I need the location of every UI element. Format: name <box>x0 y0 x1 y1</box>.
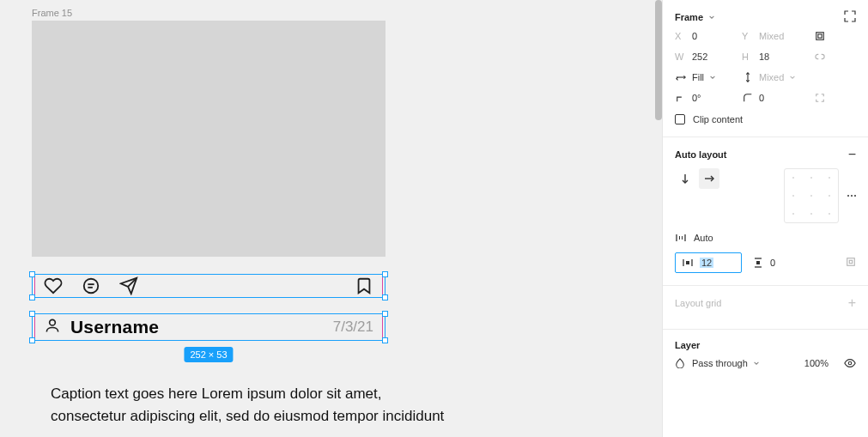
individual-padding-icon[interactable] <box>846 257 856 269</box>
frame-title: Frame <box>675 12 703 22</box>
resize-handle[interactable] <box>382 337 388 343</box>
gap-value: 12 <box>700 258 713 268</box>
properties-panel: Frame X 0 Y Mixed W 252 H <box>662 0 868 437</box>
svg-rect-5 <box>818 34 822 38</box>
alignment-box[interactable] <box>784 168 839 223</box>
h-resize-icon <box>675 72 687 82</box>
resize-handle[interactable] <box>29 271 35 277</box>
absolute-position-icon[interactable] <box>812 31 828 41</box>
auto-layout-advanced-button[interactable] <box>847 195 856 197</box>
y-label: Y <box>742 31 754 41</box>
direction-vertical-button[interactable] <box>675 168 695 189</box>
visibility-icon[interactable] <box>844 357 856 369</box>
resize-handle[interactable] <box>382 294 388 300</box>
blend-mode-dropdown[interactable]: Pass through <box>692 358 760 368</box>
resize-handle[interactable] <box>382 271 388 277</box>
resize-handle[interactable] <box>382 311 388 317</box>
post-username: Username <box>70 317 159 337</box>
post-area: Username 7/3/21 252 × 53 <box>32 257 385 341</box>
bookmark-icon[interactable] <box>355 276 373 295</box>
radius-input[interactable]: 0 <box>759 93 807 103</box>
direction-horizontal-button[interactable] <box>699 168 719 189</box>
individual-corners-icon[interactable] <box>812 93 828 103</box>
clip-content-checkbox[interactable]: Clip content <box>675 114 856 124</box>
svg-rect-9 <box>849 260 852 263</box>
selected-icons-row[interactable] <box>32 274 385 298</box>
svg-point-3 <box>50 319 56 325</box>
x-input[interactable]: 0 <box>692 31 737 41</box>
layout-grid-title: Layout grid <box>675 298 721 308</box>
resize-handle[interactable] <box>29 337 35 343</box>
spacing-mode-row[interactable]: Auto <box>675 232 856 244</box>
resize-to-fit-icon[interactable] <box>844 10 856 24</box>
frame-image-placeholder[interactable] <box>32 21 385 257</box>
selected-username-row[interactable]: Username 7/3/21 252 × 53 <box>32 313 385 341</box>
rotation-input[interactable]: 0° <box>692 93 737 103</box>
radius-icon <box>742 93 754 103</box>
resize-handle[interactable] <box>29 294 35 300</box>
w-label: W <box>675 52 687 62</box>
spacing-mode-value: Auto <box>694 233 713 243</box>
send-icon[interactable] <box>119 276 138 295</box>
h-input[interactable]: 18 <box>759 52 807 62</box>
v-resize-icon <box>742 72 754 82</box>
layer-title: Layer <box>675 340 700 350</box>
frame-label[interactable]: Frame 15 <box>32 8 72 18</box>
frame-type-dropdown[interactable]: Frame <box>675 12 715 22</box>
rotation-icon <box>675 93 687 103</box>
svg-point-0 <box>84 279 99 294</box>
svg-rect-4 <box>816 33 824 40</box>
svg-rect-6 <box>686 261 689 264</box>
link-dimensions-icon[interactable] <box>812 52 828 62</box>
comment-icon[interactable] <box>82 276 100 295</box>
vertical-padding-input[interactable]: 0 <box>752 253 775 272</box>
v-resize-dropdown[interactable]: Mixed <box>759 72 807 82</box>
clip-content-label: Clip content <box>693 114 743 124</box>
opacity-input[interactable]: 100% <box>804 358 829 368</box>
post-date: 7/3/21 <box>333 319 373 336</box>
canvas-area[interactable]: Frame 15 <box>0 0 662 437</box>
scrollbar[interactable] <box>655 0 662 120</box>
user-icon <box>44 317 61 337</box>
checkbox-icon <box>675 114 685 124</box>
blend-mode-icon <box>675 358 685 368</box>
remove-auto-layout-button[interactable]: − <box>848 148 856 161</box>
layer-section: Layer Pass through 100% <box>663 330 868 381</box>
h-resize-dropdown[interactable]: Fill <box>692 72 737 82</box>
y-input[interactable]: Mixed <box>759 31 807 41</box>
resize-handle[interactable] <box>29 311 35 317</box>
selection-dimensions-badge: 252 × 53 <box>184 347 233 362</box>
svg-rect-8 <box>847 258 855 266</box>
add-layout-grid-button[interactable]: + <box>848 296 856 310</box>
horizontal-gap-input[interactable]: 12 <box>675 252 742 273</box>
auto-layout-title: Auto layout <box>675 149 727 160</box>
auto-layout-section: Auto layout − <box>663 137 868 286</box>
h-label: H <box>742 52 754 62</box>
svg-point-10 <box>848 361 852 365</box>
frame-section: Frame X 0 Y Mixed W 252 H <box>663 0 868 137</box>
x-label: X <box>675 31 687 41</box>
svg-rect-7 <box>756 261 760 264</box>
w-input[interactable]: 252 <box>692 52 737 62</box>
layout-grid-section: Layout grid + <box>663 286 868 330</box>
post-caption[interactable]: Caption text goes here Lorem ipsum dolor… <box>51 383 456 428</box>
padding-value: 0 <box>770 258 775 268</box>
heart-icon[interactable] <box>44 276 63 295</box>
